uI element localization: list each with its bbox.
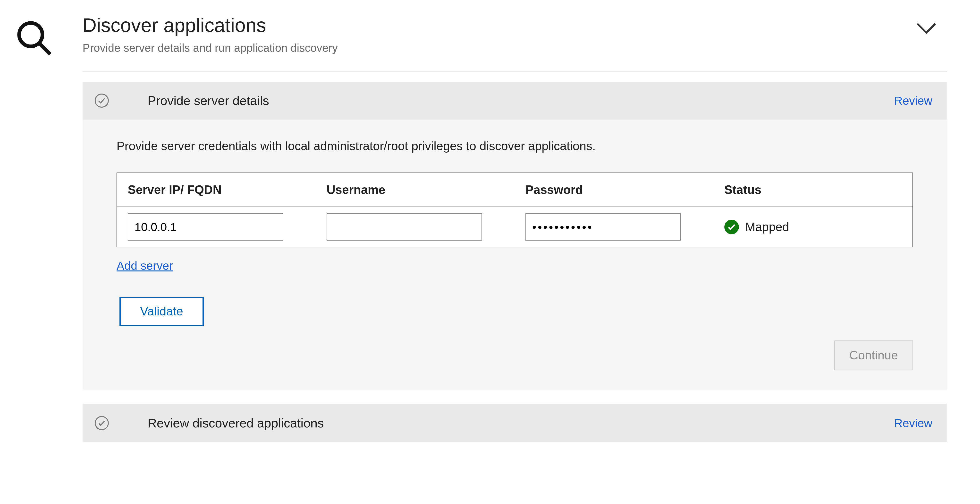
continue-button[interactable]: Continue xyxy=(834,340,913,370)
section-header: Provide server details Review xyxy=(83,81,947,120)
checkmark-circle-icon xyxy=(95,416,109,430)
svg-point-0 xyxy=(19,23,43,46)
password-field[interactable] xyxy=(525,213,681,241)
svg-line-1 xyxy=(40,44,50,54)
success-check-icon xyxy=(724,220,739,234)
review-link[interactable]: Review xyxy=(894,416,932,430)
chevron-down-icon[interactable] xyxy=(915,22,937,35)
checkmark-circle-icon xyxy=(95,94,109,108)
review-link[interactable]: Review xyxy=(894,94,932,107)
validate-button[interactable]: Validate xyxy=(119,297,204,326)
server-ip-field[interactable] xyxy=(128,213,283,241)
col-header-password: Password xyxy=(515,173,714,207)
status-text: Mapped xyxy=(745,220,789,234)
col-header-server: Server IP/ FQDN xyxy=(117,173,316,207)
search-icon xyxy=(14,14,83,442)
page-subtitle: Provide server details and run applicati… xyxy=(83,41,338,54)
section-provide-server-details: Provide server details Review Provide se… xyxy=(83,81,947,389)
divider xyxy=(83,72,947,72)
section-review-discovered-applications: Review discovered applications Review xyxy=(83,404,947,442)
add-server-link[interactable]: Add server xyxy=(116,259,173,273)
section-title: Provide server details xyxy=(148,93,269,108)
section-title: Review discovered applications xyxy=(148,416,324,431)
instructions-text: Provide server credentials with local ad… xyxy=(116,139,913,153)
page-title: Discover applications xyxy=(83,14,338,36)
username-field[interactable] xyxy=(326,213,482,241)
table-row: Mapped xyxy=(117,207,913,247)
server-table: Server IP/ FQDN Username Password Status xyxy=(116,172,913,247)
col-header-username: Username xyxy=(316,173,515,207)
col-header-status: Status xyxy=(714,173,913,207)
section-header: Review discovered applications Review xyxy=(83,404,947,442)
